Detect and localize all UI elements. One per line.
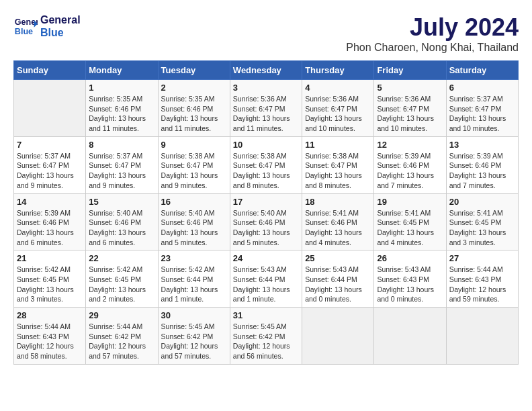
- day-number: 25: [305, 253, 371, 263]
- page-header: General Blue General Blue July 2024 Phon…: [13, 13, 519, 54]
- svg-text:Blue: Blue: [15, 27, 33, 36]
- title-section: July 2024 Phon Charoen, Nong Khai, Thail…: [346, 13, 519, 54]
- weekday-header: Friday: [374, 61, 446, 80]
- day-number: 15: [89, 197, 154, 207]
- calendar-cell: 21Sunrise: 5:42 AMSunset: 6:45 PMDayligh…: [14, 250, 86, 308]
- day-number: 26: [377, 253, 443, 263]
- day-info: Sunrise: 5:40 AMSunset: 6:46 PMDaylight:…: [233, 208, 299, 248]
- calendar-week-row: 14Sunrise: 5:39 AMSunset: 6:46 PMDayligh…: [14, 193, 519, 250]
- day-info: Sunrise: 5:42 AMSunset: 6:44 PMDaylight:…: [161, 265, 227, 304]
- logo-general: General: [40, 13, 81, 26]
- day-info: Sunrise: 5:44 AMSunset: 6:43 PMDaylight:…: [449, 265, 515, 304]
- month-title: July 2024: [346, 13, 519, 42]
- calendar-cell: 11Sunrise: 5:38 AMSunset: 6:47 PMDayligh…: [302, 136, 374, 193]
- day-number: 28: [17, 310, 83, 320]
- day-info: Sunrise: 5:35 AMSunset: 6:46 PMDaylight:…: [161, 94, 227, 134]
- day-info: Sunrise: 5:37 AMSunset: 6:47 PMDaylight:…: [17, 151, 83, 191]
- day-info: Sunrise: 5:43 AMSunset: 6:44 PMDaylight:…: [305, 265, 371, 304]
- calendar-cell: [374, 308, 446, 365]
- calendar-cell: 24Sunrise: 5:43 AMSunset: 6:44 PMDayligh…: [230, 250, 302, 308]
- calendar-cell: 28Sunrise: 5:44 AMSunset: 6:43 PMDayligh…: [14, 308, 86, 365]
- calendar-week-row: 1Sunrise: 5:35 AMSunset: 6:46 PMDaylight…: [14, 80, 519, 137]
- day-info: Sunrise: 5:45 AMSunset: 6:42 PMDaylight:…: [233, 322, 299, 361]
- logo-icon: General Blue: [13, 14, 38, 38]
- calendar-cell: 4Sunrise: 5:36 AMSunset: 6:47 PMDaylight…: [302, 80, 374, 137]
- day-number: 19: [377, 197, 443, 207]
- day-number: 16: [161, 197, 227, 207]
- day-info: Sunrise: 5:42 AMSunset: 6:45 PMDaylight:…: [89, 265, 154, 304]
- day-info: Sunrise: 5:37 AMSunset: 6:47 PMDaylight:…: [449, 94, 515, 134]
- calendar-cell: 14Sunrise: 5:39 AMSunset: 6:46 PMDayligh…: [14, 193, 86, 250]
- location-title: Phon Charoen, Nong Khai, Thailand: [346, 42, 519, 54]
- day-number: 17: [233, 197, 299, 207]
- day-number: 27: [449, 253, 515, 263]
- day-info: Sunrise: 5:43 AMSunset: 6:43 PMDaylight:…: [377, 265, 443, 304]
- calendar-cell: 6Sunrise: 5:37 AMSunset: 6:47 PMDaylight…: [446, 80, 518, 137]
- calendar-cell: 15Sunrise: 5:40 AMSunset: 6:46 PMDayligh…: [86, 193, 158, 250]
- day-number: 24: [233, 253, 299, 263]
- weekday-row: SundayMondayTuesdayWednesdayThursdayFrid…: [14, 61, 519, 80]
- day-info: Sunrise: 5:41 AMSunset: 6:45 PMDaylight:…: [377, 208, 443, 248]
- calendar-header: SundayMondayTuesdayWednesdayThursdayFrid…: [14, 61, 519, 80]
- calendar-cell: 20Sunrise: 5:41 AMSunset: 6:45 PMDayligh…: [446, 193, 518, 250]
- day-info: Sunrise: 5:41 AMSunset: 6:45 PMDaylight:…: [449, 208, 515, 248]
- day-number: 21: [17, 253, 83, 263]
- day-info: Sunrise: 5:43 AMSunset: 6:44 PMDaylight:…: [233, 265, 299, 304]
- day-number: 13: [449, 140, 515, 150]
- calendar-week-row: 21Sunrise: 5:42 AMSunset: 6:45 PMDayligh…: [14, 250, 519, 308]
- day-number: 8: [89, 140, 154, 150]
- calendar-cell: 12Sunrise: 5:39 AMSunset: 6:46 PMDayligh…: [374, 136, 446, 193]
- day-info: Sunrise: 5:36 AMSunset: 6:47 PMDaylight:…: [233, 94, 299, 134]
- day-number: 29: [89, 310, 154, 320]
- day-number: 6: [449, 83, 515, 93]
- day-info: Sunrise: 5:45 AMSunset: 6:42 PMDaylight:…: [161, 322, 227, 361]
- day-info: Sunrise: 5:38 AMSunset: 6:47 PMDaylight:…: [233, 151, 299, 191]
- calendar-cell: 19Sunrise: 5:41 AMSunset: 6:45 PMDayligh…: [374, 193, 446, 250]
- calendar-cell: 31Sunrise: 5:45 AMSunset: 6:42 PMDayligh…: [230, 308, 302, 365]
- calendar-cell: 10Sunrise: 5:38 AMSunset: 6:47 PMDayligh…: [230, 136, 302, 193]
- day-number: 3: [233, 83, 299, 93]
- day-info: Sunrise: 5:40 AMSunset: 6:46 PMDaylight:…: [161, 208, 227, 248]
- day-number: 12: [377, 140, 443, 150]
- day-number: 2: [161, 83, 227, 93]
- day-info: Sunrise: 5:39 AMSunset: 6:46 PMDaylight:…: [377, 151, 443, 191]
- calendar-cell: 8Sunrise: 5:37 AMSunset: 6:47 PMDaylight…: [86, 136, 158, 193]
- day-number: 20: [449, 197, 515, 207]
- weekday-header: Sunday: [14, 61, 86, 80]
- calendar-cell: 18Sunrise: 5:41 AMSunset: 6:46 PMDayligh…: [302, 193, 374, 250]
- day-info: Sunrise: 5:42 AMSunset: 6:45 PMDaylight:…: [17, 265, 83, 304]
- calendar-cell: 13Sunrise: 5:39 AMSunset: 6:46 PMDayligh…: [446, 136, 518, 193]
- calendar-cell: 1Sunrise: 5:35 AMSunset: 6:46 PMDaylight…: [86, 80, 158, 137]
- day-number: 5: [377, 83, 443, 93]
- calendar-cell: 7Sunrise: 5:37 AMSunset: 6:47 PMDaylight…: [14, 136, 86, 193]
- day-number: 31: [233, 310, 299, 320]
- day-number: 30: [161, 310, 227, 320]
- day-info: Sunrise: 5:44 AMSunset: 6:42 PMDaylight:…: [89, 322, 154, 361]
- calendar-cell: 30Sunrise: 5:45 AMSunset: 6:42 PMDayligh…: [158, 308, 230, 365]
- day-number: 9: [161, 140, 227, 150]
- calendar-cell: 3Sunrise: 5:36 AMSunset: 6:47 PMDaylight…: [230, 80, 302, 137]
- day-number: 18: [305, 197, 371, 207]
- day-info: Sunrise: 5:36 AMSunset: 6:47 PMDaylight:…: [305, 94, 371, 134]
- calendar-week-row: 28Sunrise: 5:44 AMSunset: 6:43 PMDayligh…: [14, 308, 519, 365]
- day-info: Sunrise: 5:44 AMSunset: 6:43 PMDaylight:…: [17, 322, 83, 361]
- day-info: Sunrise: 5:40 AMSunset: 6:46 PMDaylight:…: [89, 208, 154, 248]
- calendar-cell: 5Sunrise: 5:36 AMSunset: 6:47 PMDaylight…: [374, 80, 446, 137]
- calendar-cell: 26Sunrise: 5:43 AMSunset: 6:43 PMDayligh…: [374, 250, 446, 308]
- day-info: Sunrise: 5:39 AMSunset: 6:46 PMDaylight:…: [17, 208, 83, 248]
- weekday-header: Tuesday: [158, 61, 230, 80]
- calendar-cell: 17Sunrise: 5:40 AMSunset: 6:46 PMDayligh…: [230, 193, 302, 250]
- day-info: Sunrise: 5:35 AMSunset: 6:46 PMDaylight:…: [89, 94, 154, 134]
- calendar-cell: 29Sunrise: 5:44 AMSunset: 6:42 PMDayligh…: [86, 308, 158, 365]
- calendar-cell: 25Sunrise: 5:43 AMSunset: 6:44 PMDayligh…: [302, 250, 374, 308]
- calendar-table: SundayMondayTuesdayWednesdayThursdayFrid…: [13, 60, 519, 365]
- calendar-cell: 27Sunrise: 5:44 AMSunset: 6:43 PMDayligh…: [446, 250, 518, 308]
- weekday-header: Monday: [86, 61, 158, 80]
- day-number: 22: [89, 253, 154, 263]
- day-info: Sunrise: 5:37 AMSunset: 6:47 PMDaylight:…: [89, 151, 154, 191]
- day-info: Sunrise: 5:38 AMSunset: 6:47 PMDaylight:…: [161, 151, 227, 191]
- day-info: Sunrise: 5:39 AMSunset: 6:46 PMDaylight:…: [449, 151, 515, 191]
- calendar-cell: 2Sunrise: 5:35 AMSunset: 6:46 PMDaylight…: [158, 80, 230, 137]
- calendar-week-row: 7Sunrise: 5:37 AMSunset: 6:47 PMDaylight…: [14, 136, 519, 193]
- calendar-cell: 22Sunrise: 5:42 AMSunset: 6:45 PMDayligh…: [86, 250, 158, 308]
